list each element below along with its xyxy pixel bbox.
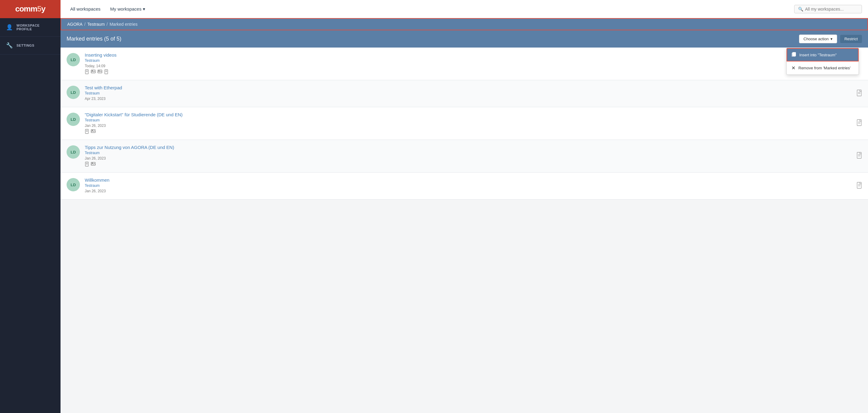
breadcrumb-separator-1: / [85, 22, 86, 27]
choose-action-button[interactable]: Choose action ▾ [799, 34, 837, 43]
entry-workspace[interactable]: Testraum [85, 183, 857, 188]
breadcrumb-agora[interactable]: AGORA [67, 22, 83, 27]
dropdown-item-label: Insert into "Testraum" [799, 53, 837, 57]
header-actions: Choose action ▾ Restrict Insert into "Te… [799, 34, 862, 43]
svg-point-8 [99, 70, 100, 71]
table-row: LD Test with Etherpad Testraum Apr 23, 2… [61, 80, 868, 107]
entries-list: LD Inserting videos Testraum Today, 14:0… [61, 48, 868, 413]
user-icon: 👤 [6, 24, 13, 31]
entry-workspace[interactable]: Testraum [85, 58, 862, 63]
attachment-icon [104, 69, 108, 75]
dropdown-item-label: Remove from 'Marked entries' [798, 66, 851, 70]
table-row: LD Willkommen Testraum Jan 26, 2023 [61, 173, 868, 200]
entry-info: Inserting videos Testraum Today, 14:09 [85, 52, 862, 75]
attachment-icon [85, 69, 89, 75]
dropdown-item-remove[interactable]: ✕ Remove from 'Marked entries' [786, 61, 859, 75]
table-row: LD "Digitaler Kickstart" für Studierende… [61, 107, 868, 140]
entry-info: Willkommen Testraum Jan 26, 2023 [85, 177, 857, 195]
sidebar: 👤 Workspace Profile 🔧 Settings [0, 18, 61, 413]
entry-date: Jan 26, 2023 [85, 189, 857, 193]
entry-workspace[interactable]: Testraum [85, 151, 857, 155]
logo-area: comm5y [0, 0, 61, 18]
entry-title[interactable]: Inserting videos [85, 52, 862, 58]
breadcrumb-testraum[interactable]: Testraum [87, 22, 105, 27]
nav-links: All workspaces My workspaces ▾ [61, 6, 794, 12]
avatar: LD [67, 145, 80, 159]
entry-date: Jan 26, 2023 [85, 156, 857, 160]
search-area: 🔍 [794, 5, 862, 13]
app-logo: comm5y [15, 4, 45, 13]
main-layout: 👤 Workspace Profile 🔧 Settings AGORA / T… [0, 18, 868, 413]
entry-date: Apr 23, 2023 [85, 96, 857, 101]
attachment-icon [91, 162, 96, 168]
attachment-icon [97, 69, 102, 75]
avatar: LD [67, 113, 80, 126]
action-dropdown-menu: Insert into "Testraum" ✕ Remove from 'Ma… [786, 48, 859, 75]
sidebar-item-label: Workspace Profile [17, 24, 55, 31]
all-workspaces-link[interactable]: All workspaces [70, 6, 100, 11]
search-icon: 🔍 [798, 7, 803, 11]
attachment-icon [85, 162, 89, 168]
entry-info: Tipps zur Nutzung von AGORA (DE und EN) … [85, 145, 857, 168]
chevron-down-icon: ▾ [831, 37, 833, 41]
entry-title[interactable]: Tipps zur Nutzung von AGORA (DE und EN) [85, 145, 857, 150]
sidebar-item-label: Settings [17, 43, 34, 47]
entry-info: "Digitaler Kickstart" für Studierende (D… [85, 112, 857, 135]
breadcrumb: AGORA / Testraum / Marked entries [61, 18, 868, 30]
svg-rect-31 [857, 182, 861, 188]
entry-workspace[interactable]: Testraum [85, 91, 857, 95]
my-workspaces-link[interactable]: My workspaces ▾ [110, 6, 145, 12]
remove-icon: ✕ [792, 65, 795, 71]
entry-date: Today, 14:09 [85, 64, 862, 68]
sidebar-item-settings[interactable]: 🔧 Settings [0, 37, 61, 55]
entry-title[interactable]: Willkommen [85, 177, 857, 183]
entry-info: Test with Etherpad Testraum Apr 23, 2023 [85, 85, 857, 102]
breadcrumb-separator-2: / [106, 22, 108, 27]
svg-rect-1 [793, 52, 796, 56]
table-row: LD Inserting videos Testraum Today, 14:0… [61, 48, 868, 80]
top-navigation: comm5y All workspaces My workspaces ▾ 🔍 [0, 0, 868, 18]
svg-point-27 [92, 163, 93, 164]
document-type-icon [857, 119, 862, 127]
entry-attachments [85, 129, 857, 135]
dropdown-item-insert[interactable]: Insert into "Testraum" [786, 48, 859, 61]
content-area: AGORA / Testraum / Marked entries Marked… [61, 18, 868, 413]
entries-header: Marked entries (5 of 5) Choose action ▾ … [61, 30, 868, 48]
entry-date: Jan 26, 2023 [85, 123, 857, 128]
avatar: LD [67, 53, 80, 66]
avatar: LD [67, 86, 80, 99]
entry-attachments [85, 69, 862, 75]
avatar: LD [67, 178, 80, 191]
entry-workspace[interactable]: Testraum [85, 118, 857, 122]
svg-rect-28 [857, 152, 861, 158]
attachment-icon [91, 129, 96, 135]
entries-title: Marked entries (5 of 5) [67, 36, 121, 42]
entry-title[interactable]: "Digitaler Kickstart" für Studierende (D… [85, 112, 857, 117]
search-input[interactable] [805, 7, 858, 11]
svg-rect-20 [857, 120, 861, 126]
restrict-button[interactable]: Restrict [840, 35, 862, 43]
settings-icon: 🔧 [6, 42, 13, 49]
chevron-down-icon: ▾ [143, 6, 145, 12]
sidebar-item-workspace-profile[interactable]: 👤 Workspace Profile [0, 18, 61, 37]
breadcrumb-current: Marked entries [110, 22, 138, 27]
svg-point-19 [92, 130, 93, 131]
svg-rect-12 [857, 90, 861, 96]
document-type-icon [857, 152, 862, 160]
copy-icon [792, 52, 796, 58]
table-row: LD Tipps zur Nutzung von AGORA (DE und E… [61, 140, 868, 173]
document-type-icon [857, 90, 862, 98]
entry-title[interactable]: Test with Etherpad [85, 85, 857, 90]
document-type-icon [857, 182, 862, 190]
attachment-icon [91, 69, 96, 75]
entry-attachments [85, 162, 857, 168]
svg-point-6 [92, 70, 93, 71]
attachment-icon [85, 129, 89, 135]
